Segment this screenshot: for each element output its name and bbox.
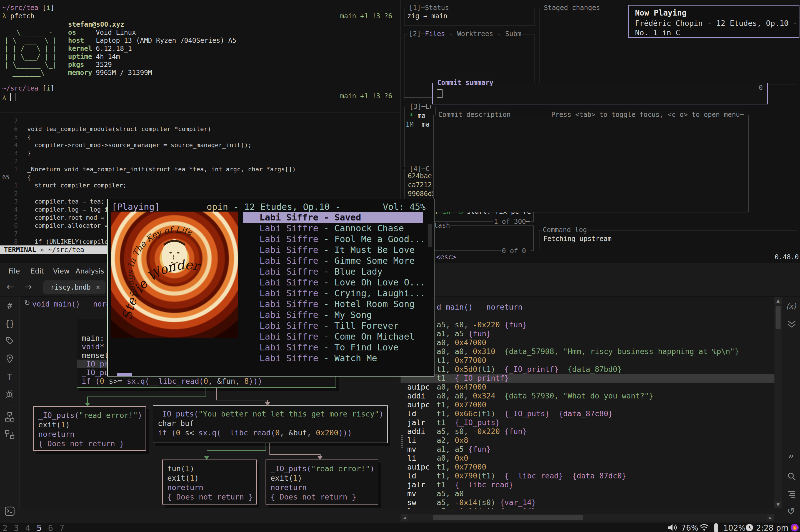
log-list-icon[interactable] [783, 490, 800, 499]
command-log-message: Fetching upstream [543, 235, 612, 243]
menu-edit[interactable]: Edit [31, 267, 44, 275]
workspace-7[interactable]: 7 [58, 523, 66, 532]
line: uptime4h 14m [68, 53, 236, 61]
git-status-indicator-2: main +1 !3 ?6 [305, 92, 392, 100]
line: 5{ [0, 133, 400, 141]
workspace-4[interactable]: 4 [24, 523, 32, 532]
log-panel[interactable]: [3]─Log * ma1M ma [405, 107, 435, 167]
line: if (0 s< sx.q(__libc_read(0, &buf, 0x200… [153, 428, 387, 438]
history-icon[interactable]: ↺ [783, 505, 799, 516]
tab-close-icon[interactable]: × [96, 281, 100, 294]
workspace-6[interactable]: 6 [46, 523, 54, 532]
edge [87, 397, 88, 403]
line: d main() __noreturn [407, 303, 775, 311]
types-braces-icon[interactable]: {} [1, 319, 18, 328]
line: 3} [0, 149, 400, 157]
menu-analysis[interactable]: Analysis [76, 267, 104, 275]
search-icon[interactable] [783, 472, 800, 481]
line: Labi Siffre - Watch Me [243, 353, 430, 364]
commit-description-panel[interactable]: Commit description Press <tab> to toggle… [433, 115, 749, 212]
track-list[interactable]: Labi Siffre - SavedLabi Siffre - Cannock… [243, 212, 430, 364]
line: 1_Noreturn void tea_compiler_init(struct… [0, 165, 400, 173]
menu-view[interactable]: View [53, 267, 70, 275]
line: 6void tea_compile_module(struct compiler… [0, 125, 400, 133]
graph-node-riscy[interactable]: _IO_puts("You better not let this get mo… [153, 405, 388, 443]
tag-icon[interactable] [1, 337, 18, 345]
variables-icon[interactable]: (x) [783, 302, 799, 310]
line: noreturn [163, 483, 256, 492]
nav-forward-button[interactable]: → [24, 282, 32, 292]
menu-file[interactable]: File [8, 267, 20, 275]
tracklist-scrollbar[interactable] [428, 224, 432, 247]
stack-layers-icon[interactable] [783, 319, 800, 329]
branch-status: zig → main [407, 12, 447, 20]
music-player-window[interactable]: [Playing] opin - 12 Etudes, Op.10 - Vol:… [107, 199, 434, 377]
line: mva1, a5 {fun} [407, 445, 775, 454]
speaker-icon[interactable] [667, 524, 678, 531]
line: Labi Siffre - Love Oh Love O... [243, 277, 430, 288]
notification-title: Now Playing [635, 8, 686, 18]
now-playing-notification[interactable]: Now Playing Frédéric Chopin - 12 Etudes,… [628, 5, 799, 38]
quotes-icon[interactable]: ” [783, 453, 799, 467]
void-linux-ascii-logo: _______ _ \______ - | \ ___ \ | | | / \ … [4, 21, 57, 77]
console-icon[interactable] [1, 507, 18, 516]
notification-line2: No. 1 in C [635, 28, 680, 37]
line: osVoid Linux [68, 28, 236, 37]
volume-indicator: Vol: 45% [383, 202, 426, 212]
line: 4 compiler->root_mod->source_manager = s… [0, 141, 400, 149]
command-log-panel[interactable]: Command log Fetching upstream [539, 230, 797, 249]
scroll-left-icon[interactable]: ◄ [401, 514, 408, 521]
line: Labi Siffre - Crying, Laughi... [243, 288, 430, 299]
workspace-5-active[interactable]: 5 [35, 523, 43, 532]
scroll-right-icon[interactable]: ► [767, 514, 775, 521]
disassembly-pane[interactable]: d main() __noreturn a5, s0, -0x220 {fun}… [401, 297, 775, 509]
tab-riscy-bndb[interactable]: riscy.bndb × [43, 281, 106, 294]
graph-node-read-error-right[interactable]: _IO_puts("read error!")exit(1)noreturn{ … [265, 459, 378, 505]
line: char buf [153, 419, 387, 428]
keybind-hint: Press <tab> to toggle focus, <c-o> to op… [551, 111, 744, 118]
scroll-up-icon[interactable]: ▲ [775, 297, 782, 304]
hscroll-thumb[interactable] [433, 515, 583, 520]
symbols-hash-icon[interactable]: # [1, 301, 18, 311]
vscroll-thumb[interactable] [776, 306, 781, 329]
bug-icon[interactable] [1, 390, 18, 398]
playback-progress-bar[interactable] [117, 373, 132, 376]
line: 1M ma [406, 120, 434, 129]
staged-panel-title: Staged changes [543, 4, 600, 12]
workspace-2[interactable]: 2 [1, 523, 9, 532]
pfetch-output: stefan@s00.xyzosVoid LinuxhostLaptop 13 … [68, 21, 236, 77]
graph-node-read-error-left[interactable]: _IO_puts("read error!")exit(1)noreturn{ … [33, 406, 146, 451]
nav-back-button[interactable]: ← [7, 282, 14, 292]
edge [216, 388, 217, 400]
terminal-tab-bar[interactable]: TERMINAL » ~/src/tea [0, 245, 109, 254]
horizontal-scrollbar[interactable]: ◄ ► [401, 514, 775, 521]
flowgraph-icon[interactable] [1, 412, 18, 422]
wifi-icon[interactable] [700, 524, 709, 531]
tab-label: riscy.bndb [51, 281, 91, 294]
graph-node-fun[interactable]: fun(1)exit(1)noreturn{ Does not return } [162, 459, 257, 505]
battery-icon[interactable] [714, 524, 718, 532]
pane-divider[interactable] [0, 112, 400, 112]
vertical-scrollbar[interactable]: ▲ ▼ [775, 297, 782, 508]
gitui-version: 0.48.0 [775, 253, 799, 261]
command-line-2[interactable]: λ [2, 93, 16, 102]
disassembly-listing[interactable]: d main() __noreturn a5, s0, -0x220 {fun}… [401, 303, 775, 509]
location-pin-icon[interactable] [1, 354, 18, 363]
line: exit(1) [163, 473, 256, 483]
edge-arrow-false [317, 456, 322, 460]
flame-app-badge[interactable] [790, 524, 799, 532]
swap-view-icon[interactable] [1, 430, 18, 439]
commit-summary-input[interactable]: Commit summary 0 [432, 83, 768, 104]
edge [265, 443, 266, 451]
line: fun(1) [163, 464, 256, 473]
line: exit(1) [34, 420, 146, 430]
album-art: Songs In The Key of Life Stevie Wonder [111, 212, 238, 338]
summary-title: Commit summary [437, 79, 494, 87]
scroll-down-icon[interactable]: ▼ [775, 501, 782, 508]
status-panel[interactable]: [1]─Status zig → main [404, 8, 535, 26]
current-function-label[interactable]: void main() __nore [32, 300, 111, 308]
strings-T-icon[interactable]: T [1, 372, 18, 382]
workspace-3[interactable]: 3 [13, 523, 20, 532]
edge-arrow-true [85, 403, 90, 406]
prompt-line-1: ~/src/tea [i] [2, 4, 54, 12]
